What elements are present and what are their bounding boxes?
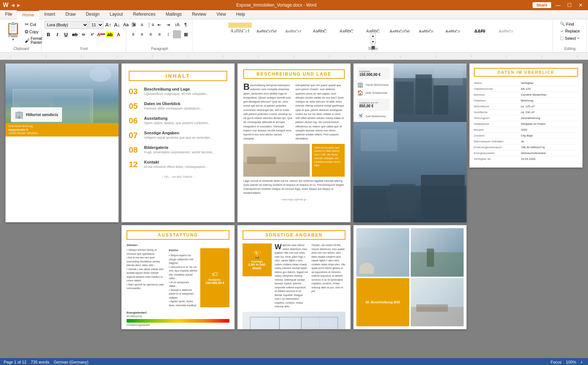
cover-address: Charmante Wohnung Hauptstraße 9 12345 Mu… [5,123,119,137]
multilevel-list-button[interactable]: ⋮≡ [147,21,155,29]
align-right-button[interactable]: ≡ [147,30,155,38]
close-button[interactable]: ✕ [576,1,585,9]
font-name-select[interactable]: Lora (Body) [45,21,88,29]
status-left: Page 1 of 12 735 words German (Germany) [4,360,89,364]
icon3: 🚿 [357,113,363,119]
numbered-list-button[interactable]: ≡ [138,21,146,29]
style-beschreibung2[interactable]: AaBbCcI Beschreib... [281,21,306,32]
decrease-font-button[interactable]: A↓ [113,21,121,29]
styles-scroll-down[interactable]: ▼ [371,39,376,44]
tab-draw[interactable]: Draw [60,10,81,19]
copy-button[interactable]: ⧉ Copy [23,28,44,35]
kaufpreis-m2-value: 850,00 € [359,104,388,108]
style-inhaltsver[interactable]: AaBbC Inhaltsver... [360,21,386,32]
font-row2: B I U ab x₂ x² A ab A [45,30,123,38]
underline-button[interactable]: U [62,30,70,38]
line-spacing-button[interactable]: ↕ [164,30,172,38]
paste-button[interactable]: 📋 Paste ▼ [4,21,23,43]
maximize-button[interactable]: ☐ [565,1,574,9]
style-daten1[interactable]: AaBbC Daten1 [307,21,333,32]
title-bar-right: Share — ☐ ✕ [533,1,585,9]
find-button[interactable]: 🔍 Find [558,21,575,27]
select-button[interactable]: ⬚ Select ~ [558,35,581,41]
tab-layout[interactable]: Layout [105,10,128,19]
justify-button[interactable]: ≡ [155,30,163,38]
decrease-indent-button[interactable]: ⇤ [155,21,163,29]
page-toc: INHALT 03 Beschreibung und LageLigusandi… [121,64,235,222]
tab-design[interactable]: Design [81,10,104,19]
style-titel1[interactable]: AABI Titel1 [467,21,492,32]
find-icon: 🔍 [560,22,565,26]
tab-view[interactable]: View [212,10,231,19]
tab-mailings[interactable]: Mailings [160,10,187,19]
copy-icon: ⧉ [25,29,28,35]
italic-button[interactable]: I [53,30,61,38]
icon3-label: Zwei Badezimmer [365,115,386,118]
replace-icon: ↔ [560,29,564,33]
clipboard-content: 📋 Paste ▼ ✂ Cut ⧉ Copy 🖌 Format P [4,21,39,51]
cut-button[interactable]: ✂ Cut [23,21,44,28]
style-fliesstext[interactable]: AaBbC Fliesstext [334,21,359,32]
style-textzentri[interactable]: AaBbCc Text-zentri... [440,21,466,32]
styles-scroll-up[interactable]: ▲ [371,33,376,38]
icon2: 🏠 [357,90,363,96]
tab-home[interactable]: Home [17,10,39,19]
subscript-button[interactable]: x₂ [80,30,88,38]
desc-title: BESCHREIBUNG UND LAGE [243,69,345,79]
word-logo-icon: W [3,2,8,8]
highlight-button[interactable]: ab [106,30,114,38]
borders-button[interactable]: ▦ [182,30,190,38]
shading-button[interactable] [173,30,181,38]
share-button[interactable]: Share [533,2,551,8]
font-color-button[interactable]: A [97,30,105,38]
align-left-button[interactable]: ≡ [129,30,137,38]
zoom-in-button[interactable]: + [579,360,584,364]
document-area: 🏢 Hillorist uendicis Charmante Wohnung H… [0,60,588,358]
tab-file[interactable]: File [0,10,17,19]
font-group: Lora (Body) 11 A↑ A↓ Aa ✕ B I U ab x₂ [42,20,126,51]
ribbon-content: 📋 Paste ▼ ✂ Cut ⧉ Copy 🖌 Format P [0,19,588,52]
superscript-button[interactable]: x² [88,30,96,38]
style-untertitel[interactable]: AaBbCc Untertitel-1... [494,21,519,32]
page-info: Page 1 of 12 [4,360,26,364]
data-overview-title: DATEN IM ÜBERBLICK [474,68,578,77]
show-marks-button[interactable]: ¶ [182,21,190,29]
clipboard-label: Clipboard [13,47,29,51]
tab-review[interactable]: Review [187,10,211,19]
tab-insert[interactable]: Insert [39,10,60,19]
sort-button[interactable]: ↕A [173,21,181,29]
bold-button[interactable]: B [45,30,53,38]
page-data-overview: DATEN IM ÜBERBLICK StatusVerfügbar Objek… [469,64,583,168]
status-right: Focus 100% + [549,360,584,364]
paragraph-group: ☰ ≡ ⋮≡ ⇤ ⇥ ↕A ¶ ≡ ≡ ≡ ≡ ↕ ▦ P [127,20,193,51]
font-size-select[interactable]: 11 [89,21,104,29]
focus-button[interactable]: Focus [549,360,563,364]
zoom-level: 100% [566,360,576,364]
bullets-button[interactable]: ☰ [129,21,137,29]
format-painter-button[interactable]: 🖌 Format Painter [23,36,44,45]
other-title: SONSTIGE ANGABEN [243,230,345,240]
tab-help[interactable]: Help [231,10,250,19]
page-cover: 🏢 Hillorist uendicis Charmante Wohnung H… [5,64,119,222]
style-textlinks[interactable]: AaBbCc Text-links... [414,21,439,32]
increase-indent-button[interactable]: ⇥ [164,21,172,29]
status-bar: Page 1 of 12 735 words German (Germany) … [0,358,588,365]
style-nummerl[interactable]: AaBbCcDd Nummerl... [387,21,413,32]
strikethrough-button[interactable]: ab [71,30,79,38]
tab-references[interactable]: References [128,10,160,19]
align-center-button[interactable]: ≡ [138,30,146,38]
text-bg-button[interactable]: A [115,30,123,38]
toc-item-5: 08 BildergalerieFugit, simentation expre… [129,145,227,155]
styles-gallery: AaBbCcI Basisform... AaBbCcDd Beschreib.… [227,21,519,32]
replace-button[interactable]: ↔ Replace [558,28,581,34]
font-label: Font [80,47,88,51]
desc-website: – www.impo-zylinner.gr – [243,198,345,201]
page-other: SONSTIGE ANGABEN 🏆 Courtage: 2,95 % inkl… [237,225,351,329]
toc-item-2: 05 Daten im ÜberblickFacesse sllibit non… [129,101,227,111]
style-beschreibung1[interactable]: AaBbCcDd Beschreib... [254,21,279,32]
style-basisform[interactable]: AaBbCcI Basisform... [227,21,253,32]
data-table: StatusVerfügbar ObjektnummerAA-123 Betre… [474,80,578,162]
toc-item-3: 06 AusstattungSpers optios, quidus, que … [129,116,227,126]
minimize-button[interactable]: — [553,1,563,9]
increase-font-button[interactable]: A↑ [104,21,112,29]
